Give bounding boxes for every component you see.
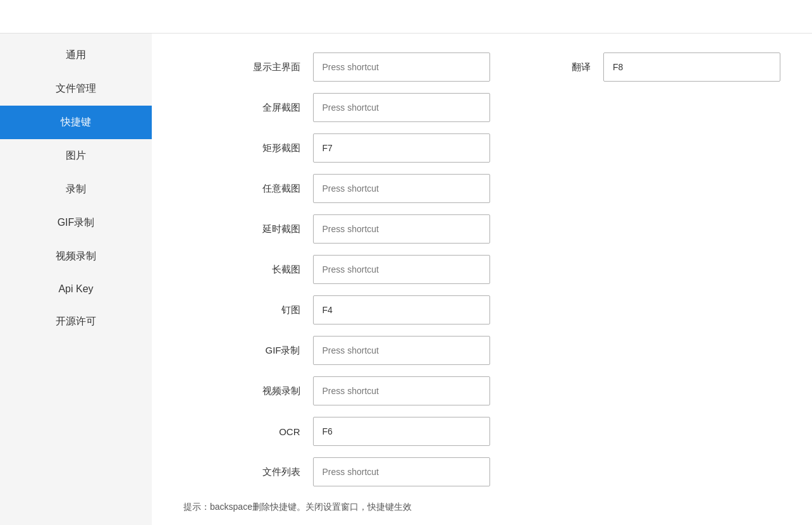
shortcut-input-left-4[interactable] bbox=[313, 214, 490, 244]
label-left-5: 长截图 bbox=[272, 264, 300, 276]
shortcut-input-left-1[interactable] bbox=[313, 93, 490, 122]
sidebar-item-open-source[interactable]: 开源许可 bbox=[0, 305, 152, 338]
label-left-0: 显示主界面 bbox=[253, 61, 300, 73]
close-button[interactable] bbox=[782, 9, 799, 27]
sidebar: 通用文件管理快捷键图片录制GIF录制视频录制Api Key开源许可 bbox=[0, 34, 152, 525]
shortcut-input-left-2[interactable] bbox=[313, 133, 490, 163]
sidebar-item-gif-record[interactable]: GIF录制 bbox=[0, 206, 152, 240]
settings-window: 通用文件管理快捷键图片录制GIF录制视频录制Api Key开源许可 显示主界面翻… bbox=[0, 0, 812, 525]
content-area: 显示主界面翻译全屏截图矩形截图任意截图延时截图长截图钉图GIF录制视频录制OCR… bbox=[152, 34, 812, 525]
label-left-6: 钉图 bbox=[281, 304, 300, 316]
label-left-7: GIF录制 bbox=[266, 345, 300, 357]
label-left-8: 视频录制 bbox=[262, 385, 300, 397]
label-right-0: 翻译 bbox=[572, 61, 591, 73]
sidebar-item-general[interactable]: 通用 bbox=[0, 39, 152, 72]
sidebar-item-video-record[interactable]: 视频录制 bbox=[0, 240, 152, 273]
shortcut-input-left-8[interactable] bbox=[313, 376, 490, 405]
label-left-1: 全屏截图 bbox=[262, 102, 300, 114]
shortcut-input-left-10[interactable] bbox=[313, 457, 490, 486]
main-layout: 通用文件管理快捷键图片录制GIF录制视频录制Api Key开源许可 显示主界面翻… bbox=[0, 34, 812, 525]
label-left-9: OCR bbox=[279, 426, 300, 437]
shortcut-input-left-5[interactable] bbox=[313, 255, 490, 284]
hint-text: 提示：backspace删除快捷键。关闭设置窗口，快捷键生效 bbox=[183, 502, 780, 513]
title-bar bbox=[0, 0, 812, 34]
sidebar-item-record[interactable]: 录制 bbox=[0, 173, 152, 206]
shortcut-input-left-7[interactable] bbox=[313, 336, 490, 365]
shortcut-input-left-9[interactable] bbox=[313, 417, 490, 446]
label-left-4: 延时截图 bbox=[262, 223, 300, 235]
shortcuts-grid: 显示主界面翻译全屏截图矩形截图任意截图延时截图长截图钉图GIF录制视频录制OCR… bbox=[183, 52, 780, 486]
sidebar-item-shortcuts[interactable]: 快捷键 bbox=[0, 106, 152, 139]
shortcut-input-left-3[interactable] bbox=[313, 174, 490, 203]
sidebar-item-file-management[interactable]: 文件管理 bbox=[0, 72, 152, 106]
shortcut-input-left-0[interactable] bbox=[313, 52, 490, 82]
label-left-2: 矩形截图 bbox=[262, 142, 300, 154]
label-left-3: 任意截图 bbox=[262, 183, 300, 195]
sidebar-item-images[interactable]: 图片 bbox=[0, 139, 152, 173]
sidebar-item-api-key[interactable]: Api Key bbox=[0, 273, 152, 305]
shortcut-input-left-6[interactable] bbox=[313, 295, 490, 324]
label-left-10: 文件列表 bbox=[262, 466, 300, 478]
shortcut-input-right-0[interactable] bbox=[603, 52, 780, 82]
